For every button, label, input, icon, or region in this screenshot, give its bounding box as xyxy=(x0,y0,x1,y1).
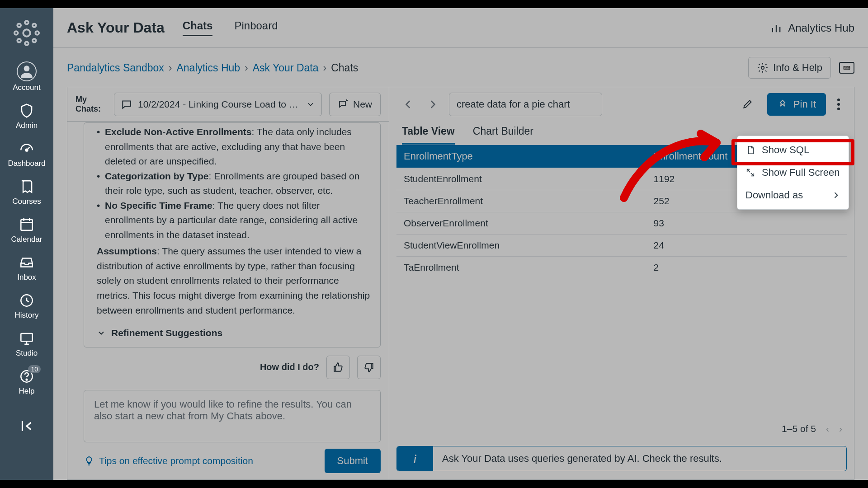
page-title: Ask Your Data xyxy=(67,19,165,36)
mychats-selected-text: 10/2/2024 - Linking Course Load to Stud xyxy=(138,99,301,110)
sidebar-label: Dashboard xyxy=(8,159,45,168)
pager-prev[interactable]: ‹ xyxy=(826,423,829,434)
crumb-link[interactable]: Ask Your Data xyxy=(253,62,319,74)
info-help-label: Info & Help xyxy=(773,62,822,74)
sidebar-item-history[interactable]: History xyxy=(0,288,53,324)
app-logo-icon[interactable] xyxy=(13,19,41,47)
crumb-current: Chats xyxy=(331,62,358,74)
svg-point-7 xyxy=(17,39,21,42)
tips-link[interactable]: Tips on effective prompt composition xyxy=(84,455,253,466)
collapse-nav-button[interactable] xyxy=(0,414,53,438)
tab-chart-builder[interactable]: Chart Builder xyxy=(473,125,533,145)
new-chat-icon xyxy=(338,99,349,110)
svg-rect-13 xyxy=(21,333,32,341)
sidebar-item-account[interactable]: Account xyxy=(0,58,53,96)
avatar-icon xyxy=(17,61,37,81)
more-options-button[interactable] xyxy=(834,99,843,110)
info-icon: i xyxy=(397,446,433,471)
table-pager: 1–5 of 5 ‹ › xyxy=(396,418,847,440)
document-icon xyxy=(745,145,755,155)
table-row[interactable]: StudentViewEnrollmen24 xyxy=(396,235,847,257)
sidebar-item-admin[interactable]: Admin xyxy=(0,99,53,134)
next-result-button[interactable] xyxy=(425,96,441,113)
thumbs-down-icon xyxy=(363,361,375,373)
expand-icon xyxy=(745,168,755,178)
results-more-menu: Show SQL Show Full Screen Download as xyxy=(737,136,849,210)
sidebar-item-inbox[interactable]: Inbox xyxy=(0,250,53,286)
thumbs-down-button[interactable] xyxy=(357,356,381,379)
table-row[interactable]: TaEnrollment2 xyxy=(396,257,847,279)
menu-label: Show SQL xyxy=(762,144,809,156)
keyboard-icon[interactable]: ⌨ xyxy=(839,62,854,74)
thumbs-up-icon xyxy=(332,361,344,373)
bar-chart-icon xyxy=(770,22,783,34)
tab-pinboard[interactable]: Pinboard xyxy=(234,19,278,36)
pin-it-button[interactable]: Pin It xyxy=(767,93,826,116)
feedback-label: How did I do? xyxy=(260,362,319,372)
pager-range: 1–5 of 5 xyxy=(782,423,816,434)
sidebar-label: Calendar xyxy=(11,235,42,244)
menu-download-as[interactable]: Download as xyxy=(737,184,849,206)
svg-point-2 xyxy=(25,42,28,45)
help-badge: 10 xyxy=(28,365,41,373)
ai-warning-banner: i Ask Your Data uses queries generated b… xyxy=(396,446,847,471)
info-help-button[interactable]: Info & Help xyxy=(748,57,831,79)
main-content: Ask Your Data Chats Pinboard Analytics H… xyxy=(53,8,868,480)
gauge-icon xyxy=(18,140,35,157)
response-card: Exclude Non-Active Enrollments: The data… xyxy=(84,122,381,347)
chevron-right-icon xyxy=(427,99,439,110)
svg-point-4 xyxy=(35,31,39,35)
svg-rect-11 xyxy=(21,220,32,230)
sidebar-label: Help xyxy=(19,387,35,396)
col-header[interactable]: EnrollmentType xyxy=(396,145,646,168)
sidebar-item-calendar[interactable]: Calendar xyxy=(0,212,53,248)
sidebar-item-dashboard[interactable]: Dashboard xyxy=(0,136,53,172)
sidebar-item-help[interactable]: 10 Help xyxy=(0,364,53,399)
tab-chats[interactable]: Chats xyxy=(183,19,213,36)
sidebar-label: Inbox xyxy=(17,273,36,282)
new-chat-button[interactable]: New xyxy=(329,93,381,116)
menu-fullscreen[interactable]: Show Full Screen xyxy=(737,161,849,184)
thumbs-up-button[interactable] xyxy=(326,356,350,379)
sidebar-item-studio[interactable]: Studio xyxy=(0,326,53,361)
refinement-label: Refinement Suggestions xyxy=(111,326,222,341)
tips-label: Tips on effective prompt composition xyxy=(99,455,253,466)
refinement-toggle[interactable]: Refinement Suggestions xyxy=(97,326,371,341)
table-cell: StudentViewEnrollmen xyxy=(396,235,646,257)
pin-label: Pin It xyxy=(793,99,816,110)
chevron-left-icon xyxy=(402,99,414,110)
table-row[interactable]: ObserverEnrollment93 xyxy=(396,212,847,235)
clock-icon xyxy=(18,292,35,309)
chat-pane: My Chats: 10/2/2024 - Linking Course Loa… xyxy=(67,87,389,479)
lightbulb-icon xyxy=(84,455,94,466)
mychats-dropdown[interactable]: 10/2/2024 - Linking Course Load to Stud xyxy=(114,93,322,116)
pencil-icon[interactable] xyxy=(742,98,754,110)
crumb-link[interactable]: Analytics Hub xyxy=(176,62,240,74)
prev-result-button[interactable] xyxy=(400,96,416,113)
ai-warning-text: Ask Your Data uses queries generated by … xyxy=(433,446,846,471)
svg-point-10 xyxy=(26,149,28,151)
table-cell: TaEnrollment xyxy=(396,257,646,279)
shield-icon xyxy=(18,102,35,119)
menu-label: Download as xyxy=(745,189,803,201)
sidebar-item-courses[interactable]: Courses xyxy=(0,174,53,210)
gear-icon xyxy=(757,62,769,74)
analytics-hub-link[interactable]: Analytics Hub xyxy=(770,22,854,34)
svg-point-5 xyxy=(17,23,21,27)
menu-show-sql[interactable]: Show SQL xyxy=(737,139,849,161)
submit-button[interactable]: Submit xyxy=(325,449,381,473)
svg-point-9 xyxy=(24,66,30,71)
svg-point-8 xyxy=(33,39,36,42)
chat-input[interactable]: Let me know if you would like to refine … xyxy=(84,390,381,442)
svg-point-0 xyxy=(23,29,30,37)
svg-point-6 xyxy=(33,23,36,27)
pager-next[interactable]: › xyxy=(839,423,842,434)
chevron-down-icon xyxy=(97,328,106,338)
svg-point-1 xyxy=(25,21,28,24)
crumb-link[interactable]: Pandalytics Sandbox xyxy=(67,62,164,74)
tab-table-view[interactable]: Table View xyxy=(402,125,455,145)
global-nav-sidebar: Account Admin Dashboard Courses Calendar… xyxy=(0,8,53,480)
inbox-icon xyxy=(18,254,35,271)
query-input[interactable] xyxy=(449,93,602,116)
svg-point-3 xyxy=(14,31,18,35)
